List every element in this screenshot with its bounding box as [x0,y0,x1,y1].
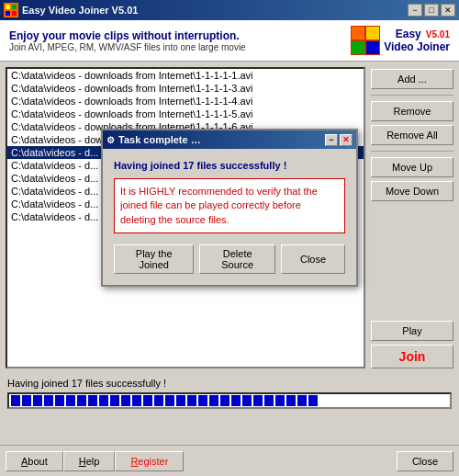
modal-controls: − ✕ [325,134,353,146]
modal-close-x-button[interactable]: ✕ [340,134,353,146]
modal-button-group: Play the Joined Delete Source Close [114,244,345,274]
modal-warning-message: It is HIGHLY recommended to verify that … [114,178,345,233]
modal-overlay: ⚙ Task complete … − ✕ Having joined 17 f… [0,0,459,476]
modal-body: Having joined 17 files successfully ! It… [103,149,356,285]
modal-close-button[interactable]: Close [281,244,345,274]
modal-title-bar: ⚙ Task complete … − ✕ [103,130,356,149]
delete-source-button[interactable]: Delete Source [199,244,275,274]
modal-minimize-button[interactable]: − [325,134,338,146]
play-joined-button[interactable]: Play the Joined [114,244,194,274]
modal-title-text: Task complete … [118,134,325,145]
modal-title-icon: ⚙ [106,135,115,145]
task-complete-dialog: ⚙ Task complete … − ✕ Having joined 17 f… [101,129,358,287]
modal-success-message: Having joined 17 files successfully ! [114,160,345,171]
